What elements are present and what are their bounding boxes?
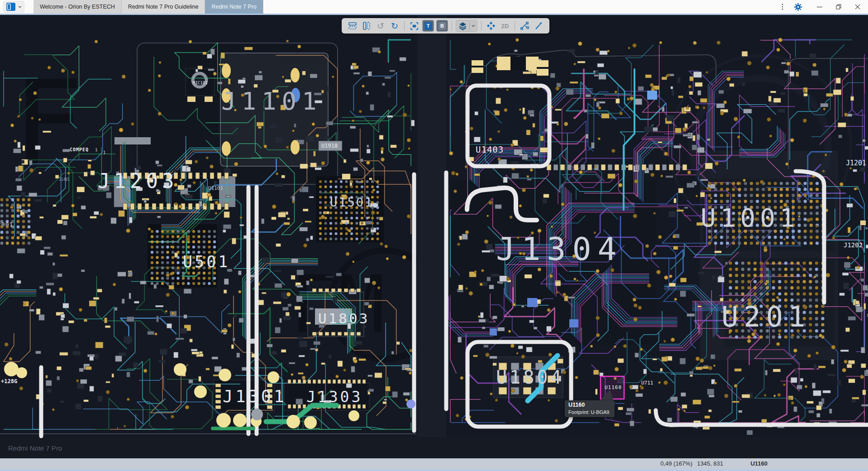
tab-active-label: Redmi Note 7 Pro [211,4,256,10]
toolbar-separator [515,21,515,31]
measure-probe-icon [534,21,544,31]
flip-horizontal-icon [348,21,358,31]
close-icon [854,3,862,11]
bottom-layer-toggle[interactable]: B [436,20,448,32]
toolbar-separator [469,22,470,30]
component-tooltip: U1160 Footprint: U-BGA9 [565,400,615,417]
rotate-cw-button[interactable]: ↻ [388,19,401,32]
fit-to-screen-button[interactable] [407,19,421,32]
layers-icon [458,21,468,31]
tooltip-footprint: Footprint: U-BGA9 [568,409,611,415]
app-logo-icon [5,2,16,12]
kebab-menu-icon [778,2,787,11]
toolbar-separator [452,21,452,31]
flip-vertical-icon [362,21,372,31]
selected-component-highlight [601,376,624,399]
gear-icon [793,2,803,12]
flip-vertical-button[interactable] [360,19,373,32]
rotate-ccw-icon: ↺ [377,22,384,30]
tab-guideline-label: Redmi Note 7 Pro Guideline [128,4,199,10]
top-layer-toggle[interactable]: T [422,20,434,32]
net-trace-button[interactable] [518,19,531,32]
tooltip-title: U1160 [568,402,611,409]
selected-component-name: U1160 [750,460,768,467]
tab-guideline[interactable]: Redmi Note 7 Pro Guideline [122,0,205,14]
rotate-ccw-button[interactable]: ↺ [374,19,387,32]
tab-welcome[interactable]: Welcome - Orion By ESTECH [33,0,122,14]
chevron-down-icon [18,5,22,9]
window-controls [775,0,868,14]
cursor-coordinates: 1345, 831 [697,460,723,467]
pcb-board-render[interactable]: F FM [0,15,868,458]
chevron-down-icon [471,24,476,28]
components-view-button[interactable] [484,19,498,32]
window-bottom-edge [0,469,868,471]
toolbar-separator [481,21,482,31]
fit-to-screen-icon [409,21,420,31]
zoom-level: 0,49 (167%) [660,460,692,467]
app-menu-button[interactable] [3,1,24,13]
rotate-cw-icon: ↻ [391,22,398,30]
settings-button[interactable] [790,0,806,13]
toolbar-separator [404,21,405,31]
maximize-button[interactable] [831,0,846,13]
close-button[interactable] [850,0,865,13]
bottom-layer-label: B [439,22,446,30]
top-layer-label: T [424,22,432,30]
flip-horizontal-button[interactable] [346,19,359,32]
layers-dropdown-button[interactable] [456,20,477,32]
restore-icon [835,3,843,11]
diamonds-icon [486,21,496,31]
application-window: Welcome - Orion By ESTECH Redmi Note 7 P… [0,0,868,471]
pcb-viewport[interactable]: F FM [0,15,868,458]
board-name-watermark: Redmi Note 7 Pro [8,444,62,452]
measure-probe-button[interactable] [532,19,545,32]
overflow-menu-button[interactable] [775,0,790,13]
minimize-button[interactable] [812,0,827,13]
title-bar: Welcome - Orion By ESTECH Redmi Note 7 P… [0,0,868,15]
canvas-toolbar: ↺ ↻ T B [342,18,549,34]
status-bar: 0,49 (167%) 1345, 831 U1160 [0,458,868,469]
mode-2d-button[interactable]: 2D [498,19,512,32]
net-trace-icon [520,21,529,31]
minimize-icon [816,3,824,11]
tab-welcome-label: Welcome - Orion By ESTECH [40,4,115,10]
tab-redmi-note-7-pro[interactable]: Redmi Note 7 Pro [205,0,263,14]
